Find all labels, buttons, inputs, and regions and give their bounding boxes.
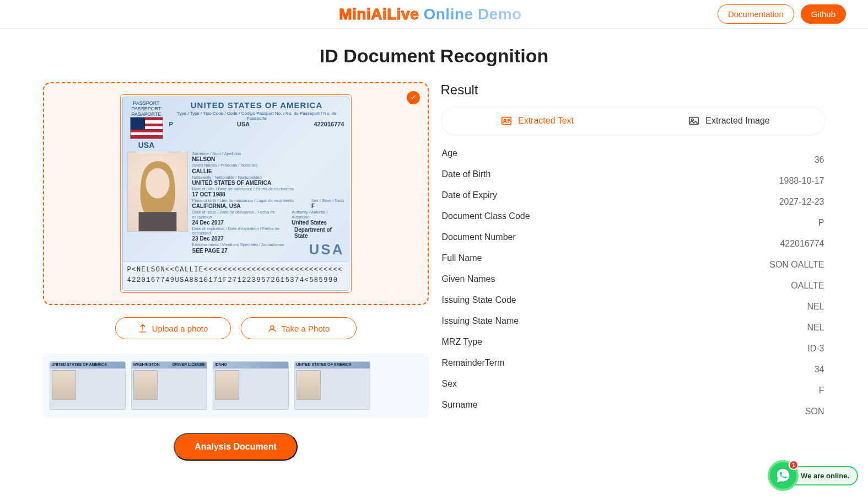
result-field-key: Date of Expiry — [442, 190, 497, 200]
result-field-value: ID-3 — [807, 344, 824, 354]
passport-label-passport: PASSPORT — [133, 100, 159, 106]
passport-type: P — [169, 121, 173, 127]
result-tabs: Extracted Text Extracted Image — [441, 106, 826, 135]
analyze-document-button[interactable]: Analysis Document — [174, 433, 297, 461]
svg-rect-2 — [138, 212, 176, 231]
svg-point-1 — [145, 168, 169, 199]
passport-doe: 23 Dec 2027 — [192, 236, 295, 242]
upload-photo-label: Upload a photo — [152, 324, 208, 333]
result-field: SexF — [441, 377, 826, 398]
image-icon — [688, 115, 700, 127]
result-field: Issuing State NameNEL — [441, 314, 826, 335]
thumbnail-3[interactable]: IDAHO — [213, 361, 289, 410]
result-fields: Age36Date of Birth1988-10-17Date of Expi… — [441, 146, 826, 419]
result-field-value: 36 — [815, 155, 824, 165]
result-field-key: Issuing State Code — [442, 295, 516, 305]
left-column: PASSPORT PASSEPORT PASAPORTE USA UNITED … — [43, 82, 429, 461]
passport-mrz-line1: P<NELSON<<CALLIE<<<<<<<<<<<<<<<<<<<<<<<<… — [127, 265, 344, 275]
whatsapp-widget[interactable]: 1 We are online. — [768, 460, 858, 483]
thumb1-title: UNITED STATES OF AMERICA — [52, 362, 107, 368]
passport-pob-label: Place of birth / Lieu de naissance / Lug… — [192, 199, 294, 203]
result-field-value: 1988-10-17 — [779, 176, 824, 186]
result-field-value: 422016774 — [780, 239, 824, 249]
passport-mrz-line2: 4220167749USA8810171F2712239572615374<58… — [127, 275, 344, 286]
passport-usa-badge: USA — [138, 141, 155, 149]
passport-nat: UNITED STATES OF AMERICA — [192, 180, 344, 186]
svg-point-3 — [271, 326, 274, 329]
passport-given: CALLIE — [192, 168, 344, 174]
passport-sex-label: Sex / Sexe / Sexo — [311, 199, 344, 203]
passport-nat-label: Nationality / Nationalité / Nacionalidad — [192, 175, 344, 180]
result-field-key: Sex — [442, 379, 457, 389]
passport-given-label: Given Names / Prénoms / Nombres — [192, 163, 344, 168]
result-field-value: F — [819, 386, 824, 396]
result-field-key: MRZ Type — [442, 337, 483, 347]
passport-number: 422016774 — [314, 121, 344, 127]
result-field-key: Document Number — [442, 232, 516, 242]
result-field-key: RemainderTerm — [442, 358, 505, 368]
upload-photo-button[interactable]: Upload a photo — [115, 317, 231, 339]
sample-thumbnails: UNITED STATES OF AMERICA WASHINGTONDRIVE… — [43, 354, 429, 418]
camera-icon — [267, 323, 277, 333]
result-field-value: OALLTE — [791, 281, 824, 291]
tab-extracted-image-label: Extracted Image — [705, 116, 770, 126]
passport-code: USA — [237, 121, 250, 127]
passport-dob: 17 OCT 1988 — [192, 191, 344, 197]
passport-usa-seal: USA — [309, 242, 344, 258]
result-field-key: Document Class Code — [442, 211, 530, 221]
tab-extracted-image[interactable]: Extracted Image — [633, 107, 825, 135]
passport-dob-label: Date of birth / Date de naissance / Fech… — [192, 187, 344, 191]
thumbnail-4[interactable]: UNITED STATES OF AMERICA — [294, 361, 370, 410]
passport-auth-label: Authority / Autorité / Autoridad — [292, 210, 344, 220]
documentation-button[interactable]: Documentation — [718, 4, 794, 24]
result-field: Given NamesOALLTE — [441, 272, 826, 293]
passport-flag: PASSPORT PASSEPORT PASAPORTE USA — [127, 100, 166, 149]
page-title: ID Document Recognition — [11, 45, 857, 67]
take-photo-button[interactable]: Take a Photo — [241, 317, 357, 339]
passport-end-label: Endorsements / Mentions Spéciales / Anot… — [192, 243, 284, 247]
passport-doi: 24 Dec 2017 — [192, 220, 292, 226]
passport-doi-label: Date of issue / Date de délivrance / Fec… — [192, 210, 292, 220]
result-field: MRZ TypeID-3 — [441, 335, 826, 356]
whatsapp-badge: 1 — [789, 460, 799, 470]
tab-extracted-text-label: Extracted Text — [518, 116, 574, 126]
whatsapp-icon[interactable]: 1 — [768, 460, 799, 483]
result-field-value: 34 — [815, 365, 824, 375]
result-field: Full NameSON OALLTE — [441, 251, 826, 272]
passport-sex: F — [311, 203, 344, 209]
passport-country: UNITED STATES OF AMERICA — [169, 100, 344, 110]
id-card-icon — [500, 115, 513, 127]
header-actions: Documentation Github — [718, 4, 846, 24]
thumb2-title-b: DRIVER LICENSE — [172, 362, 205, 368]
result-field: Document Class CodeP — [441, 209, 826, 230]
result-title: Result — [441, 82, 826, 98]
passport-pob: CALIFORNIA, USA — [192, 203, 294, 209]
upload-zone[interactable]: PASSPORT PASSEPORT PASAPORTE USA UNITED … — [43, 82, 429, 305]
result-field: RemainderTerm34 — [441, 356, 826, 377]
github-button[interactable]: Github — [801, 4, 846, 24]
svg-point-5 — [504, 119, 506, 121]
result-field-value: NEL — [807, 323, 824, 333]
passport-photo — [127, 152, 188, 232]
logo-area: MiniAiLive Online Demo — [143, 6, 718, 23]
result-field: Issuing State CodeNEL — [441, 293, 826, 314]
passport-auth1: United States — [292, 220, 344, 226]
thumb4-title: UNITED STATES OF AMERICA — [296, 362, 352, 368]
thumbnail-1[interactable]: UNITED STATES OF AMERICA — [50, 361, 126, 410]
result-field-value: NEL — [807, 302, 824, 312]
thumb3-title: IDAHO — [215, 362, 228, 368]
result-field-key: Issuing State Name — [442, 316, 519, 326]
result-field: SurnameSON — [441, 398, 826, 419]
logo-text-a: MiniAiLive — [339, 6, 419, 23]
result-field-value: SON OALLTE — [769, 260, 824, 270]
upload-icon — [138, 323, 148, 333]
result-field-value: SON — [805, 407, 824, 416]
header: MiniAiLive Online Demo Documentation Git… — [0, 0, 868, 29]
take-photo-label: Take a Photo — [282, 324, 330, 333]
thumbnail-2[interactable]: WASHINGTONDRIVER LICENSE — [131, 361, 207, 410]
passport-mrz: P<NELSON<<CALLIE<<<<<<<<<<<<<<<<<<<<<<<<… — [123, 261, 349, 290]
passport-row-labels: Type / Type / Tipo Code / Code / Código … — [169, 111, 344, 121]
tab-extracted-text[interactable]: Extracted Text — [441, 107, 633, 135]
result-field-key: Date of Birth — [442, 169, 491, 179]
passport-auth2: Department of State — [294, 227, 344, 242]
